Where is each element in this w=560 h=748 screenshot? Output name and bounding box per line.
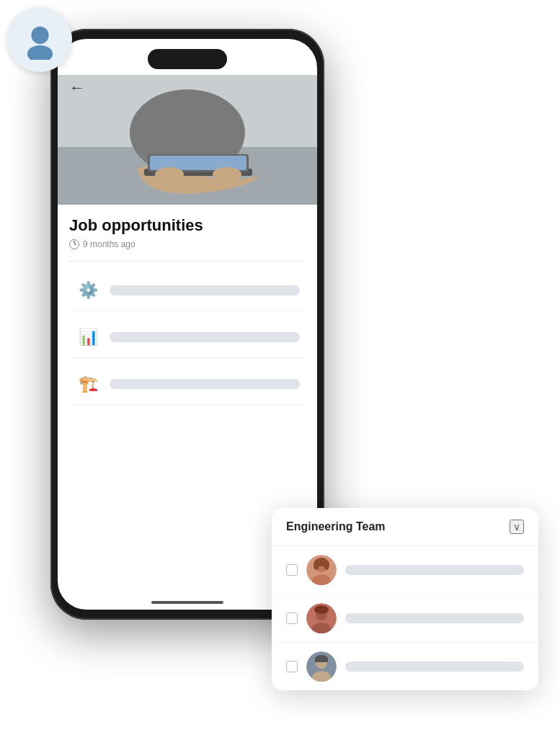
list-item[interactable] [272,643,538,690]
list-item[interactable] [272,546,538,595]
svg-point-9 [155,167,184,182]
member-avatar [306,603,337,633]
list-item[interactable]: ⚙️ [69,270,306,311]
svg-point-0 [31,26,48,43]
svg-point-10 [213,167,241,182]
list-item[interactable]: 🏗️ [69,364,306,405]
item-text-bar [110,332,300,342]
list-items: ⚙️ 📊 🏗️ [69,270,306,405]
time-label: 9 months ago [83,239,135,249]
list-item[interactable] [272,595,538,643]
svg-rect-25 [315,659,328,662]
item-text-bar [110,285,300,295]
member-name-bar [345,613,524,623]
list-item[interactable]: 📊 [69,317,306,358]
member-avatar [306,651,337,682]
clock-icon [69,239,79,249]
svg-point-1 [27,45,52,59]
member-avatar [306,555,337,585]
member-list [272,546,538,690]
user-avatar [7,7,72,72]
member-checkbox[interactable] [286,661,298,672]
dynamic-island [148,49,227,69]
home-indicator [151,601,223,604]
member-name-bar [345,662,524,672]
hero-person [58,75,317,205]
member-name-bar [345,565,524,575]
engineering-team-panel: Engineering Team ∨ [272,508,538,690]
panel-header: Engineering Team ∨ [272,508,538,546]
avatar-icon [20,20,60,60]
back-button[interactable]: ← [69,79,85,97]
panel-title: Engineering Team [286,520,386,533]
chevron-down-button[interactable]: ∨ [510,520,524,534]
svg-point-15 [314,560,319,570]
construction-icon: 🏗️ [75,371,101,397]
member-checkbox[interactable] [286,613,298,624]
hero-image [58,75,317,205]
svg-point-16 [324,560,329,570]
member-checkbox[interactable] [286,564,298,576]
gear-icon: ⚙️ [75,277,101,303]
chart-icon: 📊 [75,324,101,350]
item-text-bar [110,379,300,389]
divider [69,261,306,262]
post-title: Job opportunities [69,216,306,235]
post-time: 9 months ago [69,239,306,249]
